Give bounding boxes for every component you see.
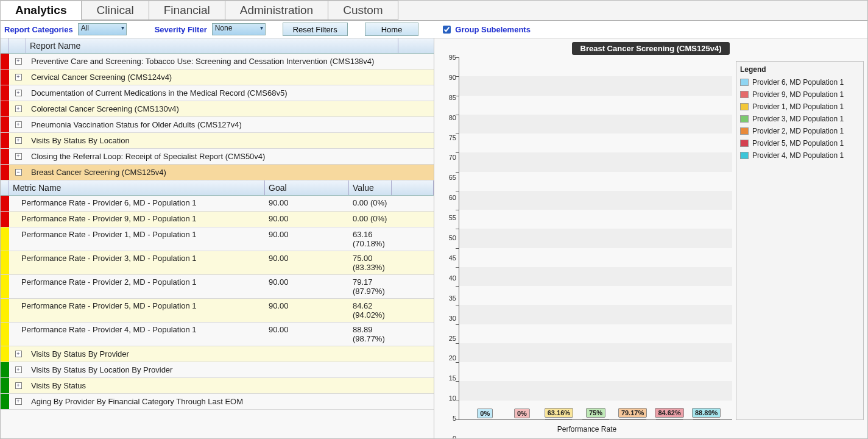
col-report-name[interactable]: Report Name [26,38,398,53]
legend-swatch [740,115,749,123]
metric-value: 75.00 (83.33%) [349,251,392,274]
metric-row[interactable]: Performance Rate - Provider 6, MD - Popu… [1,196,434,212]
reset-filters-button[interactable]: Reset Filters [283,23,348,36]
report-name: Preventive Care and Screening: Tobacco U… [27,54,434,69]
bar-rect [656,419,683,419]
severity-indicator [1,165,9,180]
report-row[interactable]: −Breast Cancer Screening (CMS125v4) [1,165,434,180]
report-row[interactable]: +Visits By Status By Location [1,133,434,149]
ytick-label: 0 [453,435,456,438]
report-name: Colorectal Cancer Screening (CMS130v4) [27,101,434,116]
report-row[interactable]: +Aging By Provider By Financial Category… [1,394,434,410]
report-row[interactable]: +Preventive Care and Screening: Tobacco … [1,54,434,70]
app-root: Analytics Clinical Financial Administrat… [0,0,868,439]
metric-row[interactable]: Performance Rate - Provider 9, MD - Popu… [1,212,434,227]
tab-clinical[interactable]: Clinical [82,1,149,20]
expand-icon[interactable]: + [9,149,27,164]
metric-row[interactable]: Performance Rate - Provider 2, MD - Popu… [1,275,434,299]
tab-administration[interactable]: Administration [225,1,328,20]
metric-goal: 90.00 [265,323,349,346]
chart-area: Breast Cancer Screening (CMS125v4) 05101… [434,38,867,438]
severity-indicator [1,85,9,101]
chart-title: Breast Cancer Screening (CMS125v4) [572,42,730,55]
legend-item[interactable]: Provider 6, MD Population 1 [739,76,861,88]
metric-goal: 90.00 [265,251,349,274]
legend-item[interactable]: Provider 2, MD Population 1 [739,125,861,137]
report-row[interactable]: +Documentation of Current Medications in… [1,85,434,101]
expand-icon[interactable]: + [9,54,27,69]
expand-icon[interactable]: + [9,378,27,393]
chart-bar[interactable]: 0% [470,409,499,419]
legend-swatch [740,140,749,147]
chart-panel: Breast Cancer Screening (CMS125v4) 05101… [434,38,867,438]
group-subelements-input[interactable] [443,26,451,34]
report-categories-combo[interactable]: All [78,23,127,35]
bar-value-label: 0% [514,409,530,418]
metric-row[interactable]: Performance Rate - Provider 3, MD - Popu… [1,251,434,275]
expand-icon[interactable]: + [9,101,27,116]
legend-item[interactable]: Provider 4, MD Population 1 [739,149,861,162]
chart-bar[interactable]: 63.16% [544,408,573,419]
report-row[interactable]: +Visits By Status By Location By Provide… [1,362,434,378]
tab-analytics[interactable]: Analytics [1,1,82,20]
chart-bar[interactable]: 79.17% [618,408,647,419]
bar-value-label: 0% [477,409,493,418]
legend-item[interactable]: Provider 1, MD Population 1 [739,101,861,113]
expand-icon[interactable]: + [9,394,27,409]
legend-swatch [740,103,749,110]
severity-indicator [1,101,9,116]
tab-financial[interactable]: Financial [149,1,225,20]
severity-indicator [1,362,9,377]
metric-row[interactable]: Performance Rate - Provider 4, MD - Popu… [1,323,434,346]
legend-item[interactable]: Provider 5, MD Population 1 [739,137,861,149]
group-subelements-checkbox[interactable]: Group Subelements [440,24,531,35]
report-grid: Report Name +Preventive Care and Screeni… [1,38,434,438]
chart-plot: 0%0%63.16%75%79.17%84.62%88.89% [459,57,732,420]
report-name: Cervical Cancer Screening (CMS124v4) [27,70,434,85]
report-row[interactable]: +Visits By Status [1,378,434,394]
bar-value-label: 88.89% [692,408,721,418]
chart-bar[interactable]: 88.89% [692,408,721,419]
expand-icon[interactable]: + [9,362,27,377]
home-button[interactable]: Home [365,23,419,36]
chart-bar[interactable]: 84.62% [655,408,684,419]
chart-bar[interactable]: 0% [507,409,537,419]
expand-icon[interactable]: − [9,165,27,180]
col-metric-name[interactable]: Metric Name [9,180,265,195]
bar-value-label: 84.62% [655,408,683,418]
expand-icon[interactable]: + [9,117,27,132]
report-name: Visits By Status By Location [27,133,434,148]
bar-rect [545,419,572,419]
report-name: Documentation of Current Medications in … [27,85,434,101]
legend-swatch [740,152,749,159]
legend-title: Legend [739,64,861,76]
chart-bar[interactable]: 75% [581,408,610,419]
report-row[interactable]: +Pneumonia Vaccination Status for Older … [1,117,434,133]
report-row[interactable]: +Visits By Status By Provider [1,346,434,362]
legend-item[interactable]: Provider 3, MD Population 1 [739,113,861,125]
tab-custom[interactable]: Custom [328,1,398,20]
report-categories-label: Report Categories [4,25,73,34]
metric-goal: 90.00 [265,227,349,251]
report-row[interactable]: +Colorectal Cancer Screening (CMS130v4) [1,101,434,117]
metric-goal: 90.00 [265,212,349,227]
body: Report Name +Preventive Care and Screeni… [1,38,867,438]
expand-icon[interactable]: + [9,70,27,85]
expand-icon[interactable]: + [9,346,27,362]
chart-xlabel: Performance Rate [434,425,739,434]
toolbar: Report Categories All Severity Filter No… [1,21,867,38]
legend-item[interactable]: Provider 9, MD Population 1 [739,88,861,101]
severity-filter-combo[interactable]: None [212,23,266,35]
metrics-header: Metric Name Goal Value [1,180,434,196]
report-row[interactable]: +Closing the Referral Loop: Receipt of S… [1,149,434,165]
report-row[interactable]: +Cervical Cancer Screening (CMS124v4) [1,70,434,85]
bar-rect [693,419,720,419]
metric-goal: 90.00 [265,196,349,211]
col-goal[interactable]: Goal [265,180,349,195]
col-value[interactable]: Value [349,180,392,195]
metric-row[interactable]: Performance Rate - Provider 1, MD - Popu… [1,227,434,251]
expand-icon[interactable]: + [9,85,27,101]
expand-icon[interactable]: + [9,133,27,148]
metric-row[interactable]: Performance Rate - Provider 5, MD - Popu… [1,299,434,323]
metric-name: Performance Rate - Provider 9, MD - Popu… [18,212,265,227]
